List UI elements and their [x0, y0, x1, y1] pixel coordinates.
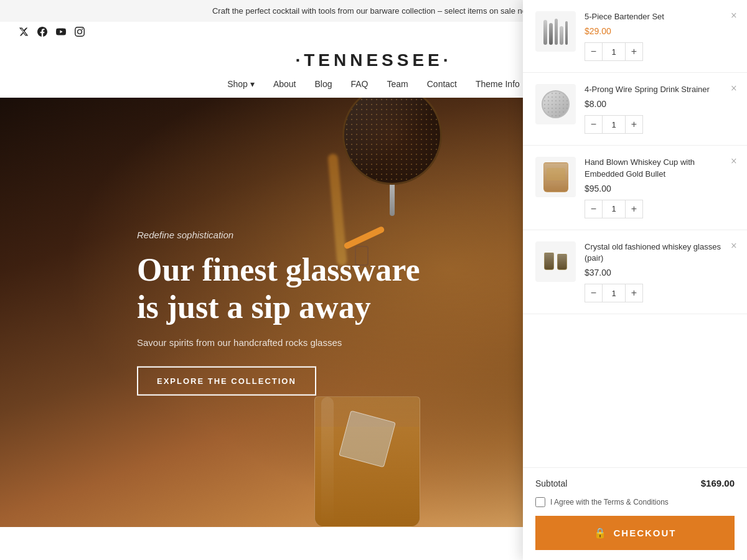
cart-item-4-quantity: 1 — [603, 286, 625, 301]
cart-item-3-increase-button[interactable]: + — [625, 200, 642, 218]
social-icons — [19, 27, 85, 39]
cart-item-1-name: 5-Piece Bartender Set — [585, 11, 735, 22]
cart-item-1-remove-button[interactable]: × — [731, 10, 737, 21]
cart-items-list: 5-Piece Bartender Set $29.00 − 1 + × 4-P… — [523, 0, 747, 467]
subtotal-amount: $169.00 — [701, 478, 735, 488]
terms-label: I Agree with the Terms & Conditions — [550, 498, 669, 506]
cart-item-3-image — [535, 157, 576, 197]
cart-item-2-decrease-button[interactable]: − — [585, 116, 603, 133]
cart-item-3-qty-control: − 1 + — [585, 200, 643, 218]
cart-item-3-decrease-button[interactable]: − — [585, 200, 603, 218]
cart-item-4-info: Crystal old fashioned whiskey glasses (p… — [585, 241, 735, 302]
checkout-label: CHECKOUT — [614, 528, 677, 538]
cart-item-4-decrease-button[interactable]: − — [585, 284, 603, 302]
explore-collection-button[interactable]: EXPLORE THE COLLECTION — [137, 366, 316, 395]
cart-item-1-quantity: 1 — [603, 44, 625, 60]
subtotal-label: Subtotal — [535, 478, 567, 488]
cart-item-4-image — [535, 241, 576, 282]
instagram-icon[interactable] — [75, 27, 85, 39]
youtube-icon[interactable] — [56, 27, 66, 39]
cart-item-4: Crystal old fashioned whiskey glasses (p… — [523, 230, 747, 314]
cart-item-3-info: Hand Blown Whiskey Cup with Embedded Gol… — [585, 157, 735, 218]
cart-item-2-quantity: 1 — [603, 117, 625, 133]
cart-item-3-quantity: 1 — [603, 201, 625, 217]
twitter-icon[interactable] — [19, 27, 29, 39]
cart-item-2: 4-Prong Wire Spring Drink Strainer $8.00… — [523, 73, 747, 146]
cart-item-4-increase-button[interactable]: + — [625, 284, 642, 302]
bartender-set-icon — [540, 16, 571, 48]
checkout-button[interactable]: 🔒 CHECKOUT — [535, 516, 735, 550]
cart-item-2-remove-button[interactable]: × — [731, 83, 737, 94]
nav-about[interactable]: About — [273, 79, 296, 89]
hero-title-line2: is just a sip away — [137, 289, 371, 325]
nav-blog[interactable]: Blog — [314, 79, 332, 89]
cart-item-2-increase-button[interactable]: + — [625, 116, 642, 133]
hero-content: Redefine sophistication Our finest glass… — [137, 230, 420, 396]
strainer-icon — [542, 90, 570, 118]
hero-title-line1: Our finest glassware — [137, 252, 420, 287]
cart-item-3-name: Hand Blown Whiskey Cup with Embedded Gol… — [585, 157, 735, 179]
cart-item-4-price: $37.00 — [585, 268, 735, 278]
cart-item-1-qty-control: − 1 + — [585, 42, 643, 61]
cart-item-1-price: $29.00 — [585, 26, 735, 36]
shop-chevron-icon: ▾ — [250, 79, 255, 89]
cart-item-2-qty-control: − 1 + — [585, 115, 643, 134]
facebook-icon[interactable] — [37, 27, 47, 39]
cart-item-2-name: 4-Prong Wire Spring Drink Strainer — [585, 84, 735, 95]
terms-row: I Agree with the Terms & Conditions — [535, 497, 735, 507]
cart-item-3-price: $95.00 — [585, 184, 735, 194]
nav-theme-info[interactable]: Theme Info — [476, 79, 520, 89]
hero-title: Our finest glassware is just a sip away — [137, 251, 420, 326]
cart-item-3: Hand Blown Whiskey Cup with Embedded Gol… — [523, 146, 747, 230]
crystal-glasses-icon — [544, 253, 567, 270]
cart-footer: Subtotal $169.00 I Agree with the Terms … — [523, 467, 747, 560]
nav-team[interactable]: Team — [387, 79, 408, 89]
cart-item-4-remove-button[interactable]: × — [731, 240, 737, 251]
terms-checkbox[interactable] — [535, 497, 545, 507]
nav-faq[interactable]: FAQ — [351, 79, 369, 89]
nav-contact[interactable]: Contact — [427, 79, 457, 89]
hero-subtitle: Redefine sophistication — [137, 230, 420, 240]
cart-item-4-name: Crystal old fashioned whiskey glasses (p… — [585, 241, 735, 264]
cart-item-2-info: 4-Prong Wire Spring Drink Strainer $8.00… — [585, 84, 735, 134]
cart-item-2-image — [535, 84, 576, 124]
cart-item-4-qty-control: − 1 + — [585, 284, 643, 302]
cart-item-1-image — [535, 11, 576, 52]
cart-item-2-price: $8.00 — [585, 99, 735, 109]
nav-shop[interactable]: Shop ▾ — [227, 79, 255, 89]
hero-description: Savour spirits from our handcrafted rock… — [137, 337, 420, 347]
cart-item-3-remove-button[interactable]: × — [731, 156, 737, 167]
whiskey-cup-icon — [543, 162, 568, 192]
announcement-text: Craft the perfect cocktail with tools fr… — [212, 6, 535, 16]
cart-item-1-increase-button[interactable]: + — [625, 43, 642, 60]
cart-item-1: 5-Piece Bartender Set $29.00 − 1 + × — [523, 0, 747, 73]
lock-icon: 🔒 — [594, 527, 608, 539]
cart-item-1-decrease-button[interactable]: − — [585, 43, 603, 60]
subtotal-row: Subtotal $169.00 — [535, 478, 735, 488]
cart-panel: 5-Piece Bartender Set $29.00 − 1 + × 4-P… — [523, 0, 747, 560]
cart-item-1-info: 5-Piece Bartender Set $29.00 − 1 + — [585, 11, 735, 61]
